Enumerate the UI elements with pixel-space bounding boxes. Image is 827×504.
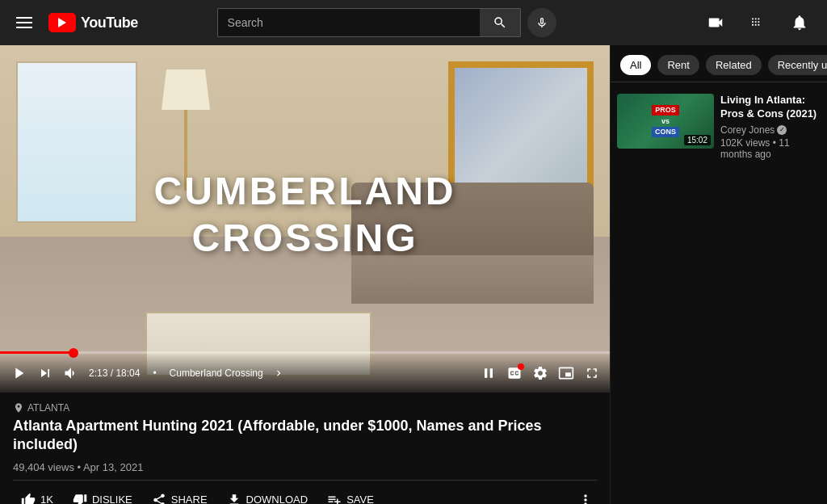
video-location: ATLANTA [13,402,597,414]
add-to-playlist-icon [327,493,342,504]
more-button[interactable] [574,487,597,504]
share-icon [152,493,166,504]
thumbs-down-icon [73,493,87,504]
thumbs-up-icon [21,493,36,504]
youtube-logo-text: YouTube [81,15,138,32]
cc-button[interactable] [506,365,523,381]
volume-icon [63,365,79,381]
youtube-logo[interactable]: YouTube [48,13,138,32]
sidebar-video-card[interactable]: PROS vs CONS 15:02 Living In Atlanta: Pr… [617,89,821,165]
video-stats: 49,404 views • Apr 13, 2021 [13,461,597,473]
video-title-overlay: CUMBERLAND CROSSiNG [154,168,456,261]
volume-button[interactable] [63,365,79,381]
save-button[interactable]: SAVE [319,488,382,504]
sidebar-video-duration: 15:02 [684,135,711,145]
sidebar: All Rent Related Recently uploaded PROS … [610,45,827,504]
player-controls: 2:13 / 18:04 • Cumberland Crossing [0,354,610,393]
tab-all[interactable]: All [620,55,651,75]
tab-related[interactable]: Related [706,55,762,75]
search-icon [493,15,507,30]
create-icon [707,14,724,32]
download-button[interactable]: DOWNLOAD [219,488,317,504]
sidebar-video-meta: 102K views • 11 months ago [720,137,821,160]
header: YouTube [0,0,827,45]
miniplayer-icon [558,365,574,381]
sidebar-thumbnail: PROS vs CONS 15:02 [617,94,714,149]
video-thumbnail: CUMBERLAND CROSSiNG [0,45,610,393]
fullscreen-button[interactable] [584,365,600,381]
cc-notification-dot [518,363,524,370]
location-icon [13,402,24,414]
chapter-label: Cumberland Crossing [170,368,263,379]
controls-right [481,365,600,381]
tab-recently-uploaded[interactable]: Recently uploaded [768,55,827,75]
chevron-right-icon [273,368,284,379]
header-right [701,8,814,37]
notifications-button[interactable] [785,8,814,37]
settings-icon [532,365,548,381]
search-bar [217,8,556,37]
like-button[interactable]: 1K [13,488,61,504]
next-button[interactable] [37,365,53,381]
download-icon [227,493,241,504]
room-window [16,61,137,223]
verified-icon: ✓ [777,125,787,135]
video-player[interactable]: CUMBERLAND CROSSiNG [0,45,610,393]
hamburger-button[interactable] [13,14,36,32]
video-info: ATLANTA Atlanta Apartment Hunting 2021 (… [0,393,610,504]
time-display: 2:13 / 18:04 [89,368,140,379]
mic-icon [535,16,548,29]
mic-button[interactable] [527,8,556,37]
sidebar-channel-name: Corey Jones ✓ [720,124,821,136]
create-button[interactable] [701,8,730,37]
pause-icon [481,365,497,381]
skip-next-icon [37,365,53,381]
settings-button[interactable] [532,365,548,381]
apps-icon [749,14,766,32]
dislike-button[interactable]: DISLIKE [65,488,141,504]
tab-rent[interactable]: Rent [657,55,699,75]
action-bar: 1K DISLIKE SHARE [13,480,597,504]
apps-button[interactable] [743,8,772,37]
sidebar-video-info: Living In Atlanta: Pros & Cons (2021) Co… [720,94,821,160]
bell-icon [791,14,808,32]
sidebar-video-title: Living In Atlanta: Pros & Cons (2021) [720,94,821,121]
share-button[interactable]: SHARE [144,488,216,504]
sidebar-tabs: All Rent Related Recently uploaded [611,45,827,82]
play-icon [10,364,27,382]
search-input[interactable] [217,8,480,37]
play-button[interactable] [10,364,27,382]
miniplayer-button[interactable] [558,365,574,381]
more-icon [577,492,594,504]
sidebar-content: PROS vs CONS 15:02 Living In Atlanta: Pr… [611,82,827,504]
video-title: Atlanta Apartment Hunting 2021 (Affordab… [13,417,597,455]
fullscreen-icon [584,365,600,381]
video-section: CUMBERLAND CROSSiNG [0,45,610,504]
pause-toggle[interactable] [481,365,497,381]
search-button[interactable] [480,8,521,37]
main-content: CUMBERLAND CROSSiNG [0,45,827,504]
youtube-logo-icon [48,13,76,32]
